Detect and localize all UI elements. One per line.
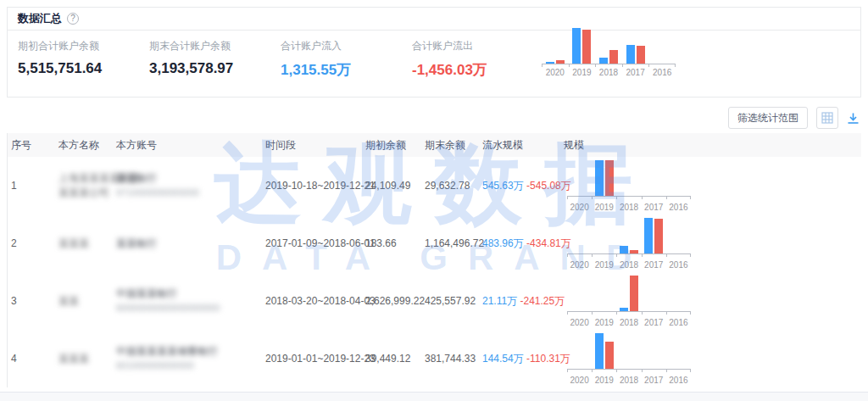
table-row[interactable]: 2某某某某某银行2017-01-09~2018-06-01183.661,164… bbox=[8, 214, 861, 272]
cell-period: 2017-01-09~2018-06-01 bbox=[265, 237, 365, 251]
chart-axis-labels: 20202019201820172016 bbox=[567, 373, 691, 387]
axis-tick-label: 2017 bbox=[642, 315, 666, 330]
account-number: 9710000000000000 bbox=[116, 186, 265, 200]
cell-closing-balance: 1,164,496.72 bbox=[425, 237, 482, 251]
stat-value: 3,193,578.97 bbox=[149, 60, 276, 77]
axis-tick-label: 2020 bbox=[567, 200, 592, 214]
axis-tick-label: 2016 bbox=[666, 373, 691, 387]
bar-inflow bbox=[595, 160, 604, 196]
inflow-value: 21.11万 bbox=[482, 295, 517, 307]
cell-opening-balance: 39,449.12 bbox=[365, 352, 425, 366]
bar-outflow bbox=[654, 219, 663, 253]
bank-name: 某某银行 bbox=[116, 171, 265, 186]
cell-closing-balance: 29,632.78 bbox=[425, 179, 482, 193]
column-header-4: 期初余额 bbox=[365, 138, 425, 153]
bar-inflow bbox=[546, 62, 554, 64]
stat-label: 期初合计账户余额 bbox=[18, 39, 145, 53]
column-header-2: 本方账号 bbox=[116, 138, 265, 153]
row-bar-chart: 20202019201820172016 bbox=[567, 332, 691, 387]
cell-own-name: 某某某 bbox=[58, 237, 116, 251]
own-name-line: 某某某 bbox=[58, 352, 116, 366]
bar-inflow bbox=[595, 333, 604, 369]
chart-year-slot bbox=[666, 159, 691, 196]
bar-inflow bbox=[572, 28, 581, 64]
cell-scale-chart: 20202019201820172016 bbox=[564, 331, 861, 387]
chart-year-slot bbox=[666, 275, 691, 311]
chart-year-slot bbox=[569, 27, 596, 64]
download-icon bbox=[847, 112, 860, 125]
cell-period: 2018-03-20~2018-04-03 bbox=[265, 294, 365, 309]
axis-tick-label: 2018 bbox=[616, 200, 641, 214]
table-row[interactable]: 3某某中国某某银行600000000000000000002018-03-20~… bbox=[8, 272, 861, 330]
chart-axis-labels: 20202019201820172016 bbox=[567, 200, 691, 214]
chart-year-slot bbox=[666, 217, 691, 253]
help-icon[interactable]: ? bbox=[67, 13, 79, 25]
chart-year-slot bbox=[592, 332, 616, 369]
axis-tick-label: 2020 bbox=[567, 258, 592, 272]
cell-own-account: 某某银行 bbox=[116, 237, 265, 251]
chart-year-slot bbox=[642, 332, 666, 369]
column-header-5: 期末余额 bbox=[425, 138, 482, 153]
chart-year-slot bbox=[567, 217, 592, 253]
column-header-7: 规模 bbox=[564, 138, 861, 153]
bar-inflow bbox=[599, 58, 608, 64]
table-row[interactable]: 1上海某某某某科技某某某公司某某银行97100000000000002019-1… bbox=[8, 157, 861, 214]
summary-card-header: 数据汇总 ? bbox=[8, 8, 860, 31]
axis-tick-label: 2016 bbox=[648, 68, 676, 77]
cell-flow-scale: 545.63万 -545.08万 bbox=[482, 179, 564, 193]
stat-label: 合计账户流出 bbox=[412, 39, 539, 53]
chart-axis-labels: 20202019201820172016 bbox=[567, 258, 691, 272]
bar-outflow bbox=[582, 30, 591, 64]
own-name-line: 某某某公司 bbox=[58, 186, 116, 200]
cell-closing-balance: 425,557.92 bbox=[425, 294, 482, 309]
summary-card-body: 期初合计账户余额5,515,751.64期末合计账户余额3,193,578.97… bbox=[8, 31, 860, 97]
chart-year-slot bbox=[567, 332, 592, 369]
chart-plot bbox=[567, 332, 691, 370]
chart-year-slot bbox=[616, 217, 641, 253]
bank-name: 中国某某某某储蓄银行 bbox=[116, 344, 265, 359]
row-bar-chart: 20202019201820172016 bbox=[567, 217, 691, 272]
download-button[interactable] bbox=[847, 112, 860, 125]
column-settings-button[interactable] bbox=[816, 107, 838, 129]
page: 数据汇总 ? 期初合计账户余额5,515,751.64期末合计账户余额3,193… bbox=[0, 0, 868, 401]
stat-1: 期末合计账户余额3,193,578.97 bbox=[149, 39, 276, 77]
table-header-row: 序号本方名称本方账号时间段期初余额期末余额流水规模规模 bbox=[8, 133, 861, 157]
chart-year-slot bbox=[567, 275, 592, 311]
inflow-value: 144.54万 bbox=[482, 353, 524, 365]
grid-icon bbox=[821, 112, 833, 124]
table-row[interactable]: 4某某某中国某某某某储蓄银行6010000000000002019-01-01~… bbox=[8, 330, 861, 387]
axis-tick-label: 2017 bbox=[622, 68, 649, 77]
cell-own-account: 中国某某某某储蓄银行601000000000000 bbox=[116, 344, 265, 373]
inflow-value: 483.96万 bbox=[482, 237, 524, 249]
cell-own-name: 上海某某某某科技某某某公司 bbox=[58, 171, 116, 200]
axis-tick-label: 2020 bbox=[542, 68, 569, 77]
axis-tick-label: 2019 bbox=[592, 200, 616, 214]
axis-tick-label: 2016 bbox=[666, 315, 691, 330]
bank-name: 中国某某银行 bbox=[116, 287, 265, 301]
summary-card: 数据汇总 ? 期初合计账户余额5,515,751.64期末合计账户余额3,193… bbox=[7, 7, 861, 97]
axis-tick-label: 2018 bbox=[616, 258, 641, 272]
cell-opening-balance: 24,109.49 bbox=[365, 179, 425, 193]
account-number: 60000000000000000000 bbox=[116, 301, 265, 315]
stat-0: 期初合计账户余额5,515,751.64 bbox=[18, 39, 145, 77]
cell-own-account: 中国某某银行60000000000000000000 bbox=[116, 287, 265, 315]
chart-year-slot bbox=[642, 217, 666, 253]
chart-plot bbox=[567, 275, 691, 312]
stat-2: 合计账户流入1,315.55万 bbox=[281, 39, 408, 80]
chart-year-slot bbox=[592, 217, 616, 253]
cell-closing-balance: 381,744.33 bbox=[425, 352, 482, 366]
column-header-6: 流水规模 bbox=[482, 138, 564, 153]
own-name-line: 某某某 bbox=[58, 237, 116, 251]
axis-tick-label: 2018 bbox=[595, 68, 622, 77]
cell-scale-chart: 20202019201820172016 bbox=[564, 158, 861, 214]
chart-plot bbox=[542, 27, 676, 64]
bar-inflow bbox=[644, 218, 653, 253]
chart-axis-labels: 20202019201820172016 bbox=[542, 68, 676, 77]
bar-outflow bbox=[630, 276, 638, 311]
accounts-table: 序号本方名称本方账号时间段期初余额期末余额流水规模规模 1上海某某某某科技某某某… bbox=[7, 133, 861, 387]
axis-tick-label: 2019 bbox=[592, 315, 616, 330]
chart-plot bbox=[567, 217, 691, 254]
own-name-line: 上海某某某某科技 bbox=[58, 171, 116, 186]
cell-period: 2019-10-18~2019-12-21 bbox=[265, 179, 365, 193]
filter-range-button[interactable]: 筛选统计范围 bbox=[728, 107, 808, 129]
